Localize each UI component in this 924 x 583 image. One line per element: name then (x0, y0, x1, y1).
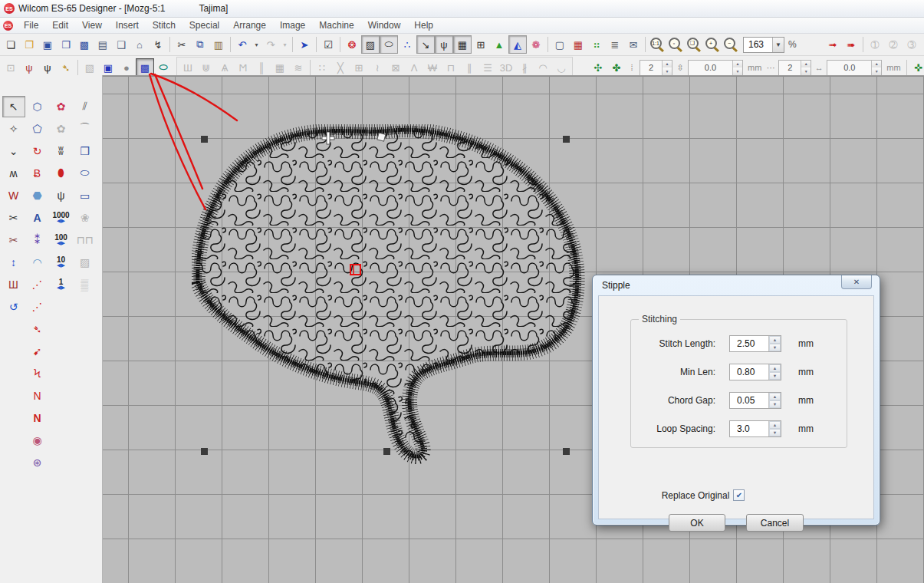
stitch-cut-tool[interactable]: ✂ (2, 207, 25, 229)
design-background-button[interactable]: ❁ (527, 35, 545, 54)
stitch-angle-tool[interactable]: W (2, 185, 25, 206)
arrow-run-tool[interactable]: ➴ (26, 318, 49, 340)
scissors-needle-tool[interactable]: ✂ (2, 229, 25, 251)
undo-button[interactable]: ↶ (233, 35, 252, 54)
zoom-out-button[interactable]: − (722, 35, 740, 54)
menu-item-edit[interactable]: Edit (45, 18, 75, 32)
show-hoop-button[interactable]: ◭ (508, 35, 527, 54)
hoop-template-button[interactable]: ⊡ (2, 58, 20, 77)
run-offset-spinner[interactable]: 0.0 ▲▼ (827, 60, 882, 76)
pull-count-arrows[interactable]: ▲▼ (662, 61, 672, 75)
brain-design[interactable] (192, 124, 587, 466)
cancel-button[interactable]: Cancel (746, 514, 804, 532)
dot-fill-button[interactable]: ● (117, 58, 136, 77)
setting-spinner[interactable]: 0.05 ▲▼ (729, 392, 781, 409)
menu-item-window[interactable]: Window (361, 18, 408, 32)
pull-offset-value[interactable]: 0.0 (689, 61, 732, 75)
menu-item-image[interactable]: Image (273, 18, 312, 32)
target-circle-tool[interactable]: ⊛ (26, 452, 49, 473)
zigzag-run-tool[interactable]: ʍ (2, 163, 25, 184)
fan-tool[interactable]: Ш (2, 274, 25, 295)
needle-run-button[interactable]: ψ (20, 58, 38, 77)
print-button[interactable]: ▤ (94, 35, 112, 54)
needle-manual-button[interactable]: ψ (38, 58, 57, 77)
run-offset-value[interactable]: 0.0 (827, 61, 871, 75)
ok-button[interactable]: OK (669, 514, 725, 532)
travel-by-stitch-button[interactable]: ➟ (824, 35, 842, 54)
satin-stitch-button[interactable]: Ш (179, 58, 197, 77)
jump-10-tool[interactable]: 10 ◀▶ (50, 252, 73, 273)
fill-shape-tool[interactable]: ❒ (74, 140, 97, 162)
stipple-run-button[interactable]: ∷ (313, 58, 331, 77)
circle-pair-tool[interactable]: ◉ (26, 430, 49, 451)
parallel-fill-button[interactable]: ∥ (460, 58, 478, 77)
column-fill-button[interactable]: ║ (252, 58, 271, 77)
selection-handle[interactable] (201, 448, 208, 455)
select-tool[interactable]: ↖ (2, 96, 25, 117)
show-points-button[interactable]: ∴ (398, 35, 416, 54)
open-design-button[interactable]: ❐ (20, 35, 38, 54)
open-path-tool[interactable]: Ν (26, 385, 49, 407)
run-count-value[interactable]: 2 (779, 61, 801, 75)
three-d-warp-button[interactable]: 3D (497, 58, 515, 77)
measure-tool[interactable]: ↕ (2, 252, 25, 273)
setting-value[interactable]: 2.50 (730, 336, 768, 351)
object-properties-button[interactable]: ➤ (295, 35, 314, 54)
run-offset-arrows[interactable]: ▲▼ (871, 61, 881, 75)
show-hatch-button[interactable]: ▨ (361, 35, 380, 54)
show-ruler-button[interactable]: ⊞ (472, 35, 490, 54)
pull-offset-spinner[interactable]: 0.0 ▲▼ (688, 60, 743, 76)
jump-1-tool[interactable]: 1 ◀▶ (50, 274, 73, 295)
lettering-tool[interactable]: A (26, 207, 49, 229)
curved-fill-button[interactable]: ≀ (368, 58, 386, 77)
e-stitch-button[interactable]: ⋓ (197, 58, 215, 77)
run-count-arrows[interactable]: ▲▼ (801, 61, 811, 75)
zoom-input[interactable]: 163 ▼ (743, 37, 784, 53)
align-horizontal-icon[interactable]: ✣ (589, 58, 607, 77)
show-connectors-button[interactable]: ↘ (416, 35, 435, 54)
pull-offset-arrows[interactable]: ▲▼ (732, 61, 742, 75)
setting-spinner-arrows[interactable]: ▲▼ (768, 421, 781, 436)
selection-handle[interactable] (383, 448, 390, 455)
fur-effect-button[interactable]: ∦ (515, 58, 534, 77)
zoom-in-button[interactable]: + (703, 35, 722, 54)
program-split-button[interactable]: ▧ (81, 58, 99, 77)
stitch-patch-button[interactable]: ❂ (343, 35, 361, 54)
motif-fill-button[interactable]: ₩ (423, 58, 442, 77)
color-film-button[interactable]: ⠶ (587, 35, 606, 54)
stipple-sample-tool[interactable]: ▒ (74, 274, 97, 295)
motif-gray-tool[interactable]: ✿ (50, 118, 73, 140)
arch-fill-button[interactable]: ⊓ (442, 58, 460, 77)
jump-100-tool[interactable]: 100 ◀▶ (50, 229, 73, 251)
show-penetrations-button[interactable]: ψ (435, 35, 453, 54)
save-to-disk-button[interactable]: ▩ (75, 35, 94, 54)
ellipse-tool[interactable]: ⬭ (74, 163, 97, 184)
flower-tool[interactable]: ❀ (74, 207, 97, 229)
menu-item-help[interactable]: Help (407, 18, 440, 32)
selection-handle[interactable] (563, 136, 570, 143)
zoom-value[interactable]: 163 (744, 39, 772, 50)
binoculars-tool[interactable]: ⊓⊓ (74, 229, 97, 251)
replace-original-checkbox[interactable]: ✔ (733, 489, 745, 501)
connect-machine-button[interactable]: ↯ (149, 35, 167, 54)
triple-run-tool[interactable]: ➹ (26, 341, 49, 362)
show-outlines-button[interactable]: ⬭ (380, 35, 398, 54)
thread-colors-button[interactable]: ▦ (569, 35, 587, 54)
stitch-bar-button[interactable]: ≣ (606, 35, 624, 54)
undo-dropdown[interactable]: ▾ (252, 35, 261, 54)
setting-value[interactable]: 0.05 (730, 393, 768, 408)
radial-fill-button[interactable]: Λ (405, 58, 423, 77)
zoom-box-button[interactable]: ▫ (666, 35, 685, 54)
tatami-fill-button[interactable]: Ϻ (234, 58, 252, 77)
motif-run-tool[interactable]: ✿ (50, 96, 73, 117)
applique-tool[interactable]: ⬣ (26, 185, 49, 206)
pull-count-value[interactable]: 2 (640, 61, 662, 75)
show-grid-button[interactable]: ▦ (453, 35, 472, 54)
image-tool[interactable]: ▨ (74, 252, 97, 273)
penetration-tool[interactable]: ψ (50, 185, 73, 206)
closed-path-tool[interactable]: N (26, 407, 49, 429)
new-document-button[interactable]: ❏ (2, 35, 20, 54)
reshape-object-tool[interactable]: ⬡ (26, 96, 49, 117)
satin-column-tool[interactable]: ⬮ (50, 163, 73, 184)
closed-object-button[interactable]: ◡ (552, 58, 571, 77)
